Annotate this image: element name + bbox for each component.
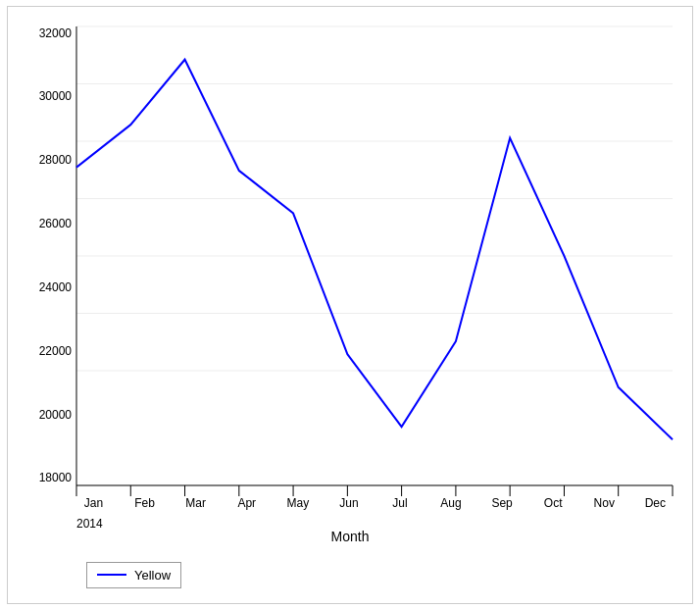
legend-label-yellow: Yellow	[134, 568, 171, 583]
chart-container: 32000 30000 28000 26000 24000 22000 2000…	[7, 6, 693, 604]
x-tick-may: May	[275, 496, 320, 510]
x-tick-jul: Jul	[377, 496, 422, 510]
x-tick-apr: Apr	[225, 496, 269, 510]
x-tick-feb: Feb	[123, 496, 167, 510]
x-tick-aug: Aug	[429, 496, 474, 510]
y-tick-24000: 24000	[39, 280, 72, 294]
y-tick-22000: 22000	[39, 344, 72, 358]
y-tick-32000: 32000	[39, 26, 72, 40]
x-axis-title: Month	[8, 529, 692, 544]
y-tick-26000: 26000	[39, 217, 72, 230]
x-tick-nov: Nov	[582, 496, 626, 510]
x-axis-labels: Jan Feb Mar Apr May Jun Jul Aug Sep Oct …	[76, 496, 673, 510]
y-tick-28000: 28000	[39, 153, 72, 167]
y-axis-labels: 32000 30000 28000 26000 24000 22000 2000…	[18, 26, 72, 485]
y-tick-18000: 18000	[39, 471, 72, 484]
data-line-yellow	[76, 59, 673, 438]
x-tick-dec: Dec	[633, 496, 677, 510]
legend-line-yellow	[97, 574, 126, 576]
chart-svg	[76, 26, 673, 485]
chart-area	[76, 26, 673, 485]
y-tick-20000: 20000	[39, 408, 72, 422]
x-tick-jan: Jan	[72, 496, 116, 510]
x-tick-sep: Sep	[480, 496, 525, 510]
x-tick-jun: Jun	[326, 496, 371, 510]
x-tick-mar: Mar	[174, 496, 218, 510]
legend: Yellow	[86, 562, 181, 588]
x-tick-oct: Oct	[531, 496, 575, 510]
y-tick-30000: 30000	[39, 89, 72, 103]
